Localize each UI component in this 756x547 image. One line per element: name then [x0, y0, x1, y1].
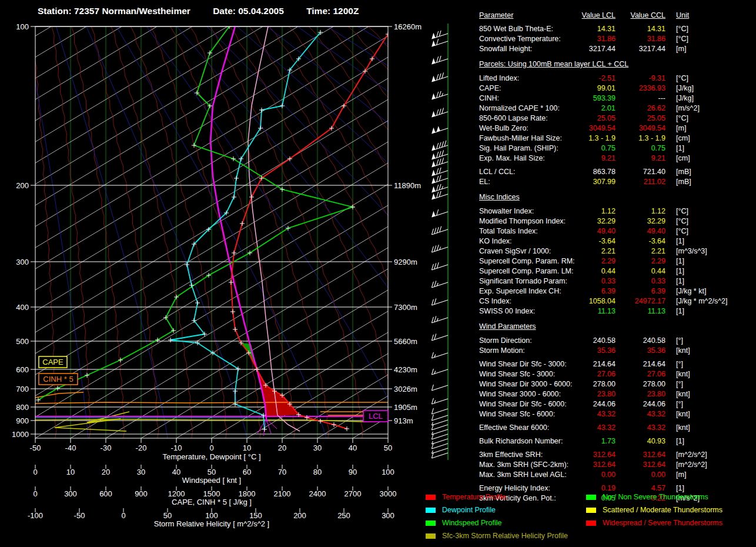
table-row: Exp. Max. Hail Size:9.219.21[cm] [479, 154, 754, 164]
unit-label: [knt] [665, 409, 754, 419]
data-point-marker [344, 426, 349, 431]
value-ccl: 312.64 [615, 460, 665, 470]
data-point-marker [168, 338, 173, 342]
table-row: Supercell Comp. Param. LM:0.440.44[1] [479, 266, 754, 276]
pressure-tick-label: 400 [16, 303, 29, 312]
table-row: Bulk Richardson Number:1.7340.93[1] [479, 436, 754, 446]
unit-label: [°C] [665, 206, 754, 216]
param-label: Supercell Comp. Param. RM: [479, 256, 580, 266]
axis-tick-label: 1200 [168, 489, 185, 498]
data-point-marker [185, 262, 189, 267]
data-point-marker [55, 386, 60, 391]
ccl-parcel-curve [248, 26, 300, 431]
section-header: Parcels: Using 100mB mean layer LCL + CC… [479, 59, 754, 69]
unit-label: [m] [665, 470, 754, 480]
value-ccl: -9.31 [615, 74, 665, 84]
value-lcl: 9.21 [580, 154, 615, 164]
data-point-marker [280, 104, 285, 108]
axis-tick-label: -10 [171, 443, 182, 452]
wind-barb [431, 353, 448, 358]
param-label: CAPE: [479, 84, 580, 94]
value-ccl: 0.44 [615, 266, 665, 276]
value-ccl: 3049.54 [615, 124, 665, 134]
value-ccl: 211.02 [615, 177, 665, 187]
value-ccl: 40.93 [615, 436, 665, 446]
altitude-label: 3026m [394, 385, 417, 393]
unit-label: [J/kg] [665, 84, 754, 94]
altitude-label: 4230m [394, 365, 417, 374]
legend-item: Scattered / Moderate Thunderstorms [586, 503, 722, 516]
axis-title: Windspeed [ knt ] [182, 476, 241, 485]
table-row: Max. 3km SRH (SFC-2km):312.64312.64[m^2/… [479, 460, 754, 470]
legend-item: No / Non Severe Thunderstorms [586, 491, 722, 503]
wind-barb [431, 434, 448, 439]
value-ccl: 2.21 [615, 246, 665, 256]
axis-tick-label: 50 [163, 511, 172, 520]
value-ccl: 2.29 [615, 256, 665, 266]
legend-label: No / Non Severe Thunderstorms [603, 491, 708, 503]
unit-label: [°] [665, 379, 754, 389]
param-label: Wet-Bulb Zero: [479, 124, 580, 134]
value-lcl: 3049.54 [580, 124, 615, 134]
legend-label: Temperature Profile [442, 491, 506, 503]
parameter-table: ParameterValue LCLValue CCLUnit850 Wet B… [479, 11, 754, 503]
data-point-marker [233, 389, 237, 393]
legend-profiles: Temperature ProfileDewpoint ProfileWinds… [426, 491, 568, 542]
unit-label: [1] [665, 236, 754, 246]
value-lcl: -2.51 [580, 74, 615, 84]
axis-tick-label: 200 [293, 511, 306, 520]
value-ccl: 721.40 [615, 167, 665, 177]
param-label: KO Index: [479, 236, 580, 246]
axis-tick-label: 10 [243, 443, 251, 452]
pressure-tick-label: 100 [16, 22, 29, 31]
legend-label: Widespread / Severe Thunderstorms [603, 516, 722, 529]
data-point-marker [232, 195, 236, 199]
table-row: Lifted Index:-2.51-9.31[°C] [479, 74, 754, 84]
legend-item: Dewpoint Profile [426, 503, 568, 516]
x-axis: 0102030405060708090100Windspeed [ knt ] [33, 465, 394, 485]
axis-tick-label: 250 [337, 511, 350, 520]
x-axis: 03006009001200150018002100240027003000CA… [33, 486, 396, 506]
axis-tick-label: 2100 [274, 489, 291, 498]
axis-title: Storm Relative Helicity [ m^2/s^2 ] [154, 519, 269, 528]
value-ccl: 0.33 [615, 276, 665, 286]
wind-barb [431, 335, 448, 341]
legend-label: Windspeed Profile [442, 516, 501, 529]
value-ccl: 0.75 [615, 144, 665, 154]
unit-label: [1] [665, 436, 754, 446]
param-label: Modified Thompson Index: [479, 216, 580, 226]
legend-swatch [426, 533, 436, 539]
wind-barb [431, 265, 448, 270]
unit-label: [°] [665, 336, 754, 346]
value-ccl: 31.86 [615, 34, 665, 44]
param-label: Max. 3km SRH Level AGL: [479, 470, 580, 480]
axis-tick-label: 40 [349, 443, 357, 452]
value-ccl: 240.58 [615, 336, 665, 346]
table-row: Supercell Comp. Param. RM:2.292.29[1] [479, 256, 754, 266]
unit-label: [°C] [665, 74, 754, 84]
param-label: Significant Tornado Param: [479, 276, 580, 286]
param-label: Total Totals Index: [479, 226, 580, 236]
table-row: SWISS 00 Index:11.1311.13[1] [479, 306, 754, 316]
section-header: Misc Indices [479, 192, 754, 202]
unit-label: [m^2/s^2] [665, 460, 754, 470]
data-point-marker [318, 419, 323, 423]
axis-tick-label: 900 [135, 489, 148, 498]
axis-tick-label: 50 [208, 468, 216, 476]
srh-profile-zigzag [55, 412, 129, 431]
data-point-marker [249, 195, 254, 199]
param-label: CS Index: [479, 296, 580, 306]
param-label: Sig. Hail Param. (SHIP): [479, 144, 580, 154]
value-lcl: 312.64 [580, 450, 615, 460]
skewt-chart: 10016260m20011890m3009290m4007300m500566… [0, 0, 473, 547]
axis-tick-label: 100 [205, 511, 218, 520]
pressure-tick-label: 800 [16, 403, 29, 412]
unit-label: [cm] [665, 154, 754, 164]
param-label: Supercell Comp. Param. LM: [479, 266, 580, 276]
pressure-tick-label: 600 [16, 365, 29, 374]
axis-tick-label: 600 [99, 489, 112, 498]
value-ccl: 3217.44 [615, 44, 665, 54]
table-row: Wind Shear Sfc - 3000:27.0627.06[knt] [479, 369, 754, 379]
param-label: Fawbush-Miller Hail Size: [479, 134, 580, 144]
altitude-label: 1905m [394, 403, 417, 412]
